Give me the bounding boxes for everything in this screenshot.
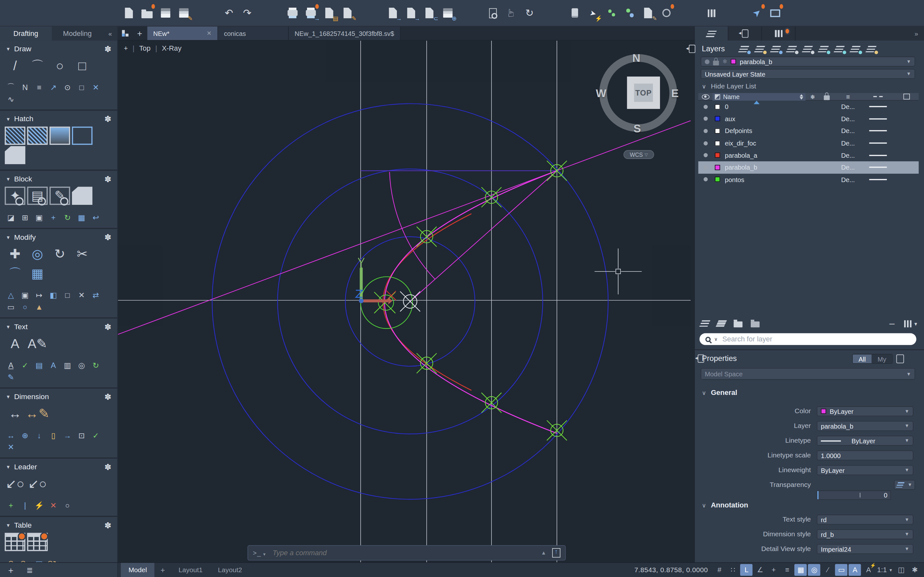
erase-tool[interactable]: ▲ <box>33 301 45 312</box>
dimension-style-combo[interactable]: rd_b ▼ <box>817 529 913 539</box>
layer-on-dot[interactable] <box>703 129 708 133</box>
layer-lineweight[interactable]: De... <box>834 115 862 122</box>
text-style-tool[interactable]: A✎ <box>27 334 47 353</box>
viewcube-south[interactable]: S <box>633 122 641 135</box>
tab-drafting[interactable]: Drafting <box>0 27 52 41</box>
attribute-manager-tool[interactable]: ⊞ <box>19 212 31 222</box>
detach-panel-icon[interactable] <box>689 45 695 53</box>
polar-tracking-toggle[interactable]: ∠ <box>754 564 766 576</box>
layer-properties-icon[interactable] <box>736 44 751 54</box>
select-similar-tool[interactable]: ▣ <box>19 290 31 300</box>
layer-color-swatch[interactable] <box>715 153 720 158</box>
section-collapse-icon[interactable]: ▼ <box>6 116 11 122</box>
stretch-tool[interactable]: ↦ <box>33 290 45 300</box>
tool-sets-button[interactable] <box>567 3 583 23</box>
layout1-tab[interactable]: Layout1 <box>171 563 210 577</box>
section-collapse-icon[interactable]: ▼ <box>6 464 11 470</box>
tab-sheet-sets[interactable] <box>762 27 796 41</box>
section-gear-icon[interactable]: ✽ <box>105 521 111 530</box>
share-drawing-button[interactable]: ➤ <box>749 3 765 23</box>
spline-tool[interactable]: ∿ <box>5 93 17 104</box>
collapse-palette-button[interactable]: « <box>103 27 117 41</box>
detail-view-style-combo[interactable]: Imperial24 ▼ <box>817 544 913 554</box>
layer-color-swatch[interactable] <box>715 177 720 182</box>
focus-point-marker[interactable] <box>400 292 420 311</box>
current-layer-combo[interactable]: ❄ parabola_b ▼ <box>701 56 915 66</box>
ortho-toggle[interactable]: L <box>740 564 753 576</box>
layer-on-dot[interactable] <box>703 105 708 109</box>
boundary-tool[interactable] <box>72 127 92 145</box>
layer-linetype-sample[interactable] <box>869 143 887 144</box>
aligned-dimension-tool[interactable]: ↔ <box>5 430 17 440</box>
new-layer-button[interactable] <box>699 320 710 327</box>
viewport-view-control[interactable]: Top <box>139 44 151 53</box>
viewport-visual-style-control[interactable]: X-Ray <box>162 44 181 53</box>
section-collapse-icon[interactable]: ▼ <box>6 176 11 182</box>
dynamic-ucs-toggle[interactable]: ▭ <box>835 564 848 576</box>
align-tool[interactable]: ○ <box>19 301 31 312</box>
tab-references[interactable] <box>728 27 762 41</box>
layer-on-dot[interactable] <box>703 153 708 157</box>
layer-row[interactable]: Defpoints De... <box>698 125 919 137</box>
expand-panel-button[interactable]: » <box>909 27 924 41</box>
continue-dimension-tool[interactable]: → <box>61 430 74 440</box>
annotation-scale-control[interactable]: 1:1 ▼ <box>876 564 894 576</box>
layer-state-combo[interactable]: Unsaved Layer State ▼ <box>701 69 915 79</box>
hatch-tag-tool[interactable] <box>5 146 25 164</box>
text-update-tool[interactable]: ↻ <box>89 359 102 370</box>
point-style-button[interactable] <box>622 3 638 23</box>
layer-lineweight[interactable]: De... <box>834 164 862 171</box>
layer-row[interactable]: 0 De... <box>698 101 919 113</box>
lock-column-icon[interactable] <box>824 95 830 100</box>
layer-row[interactable]: eix_dir_foc De... <box>698 137 919 149</box>
edit-block-tool[interactable]: ✎ <box>49 187 70 205</box>
palette-list-button[interactable]: ≣ <box>26 566 33 574</box>
attach-reference-button[interactable]: ⊂ <box>421 3 437 23</box>
mirror-tool[interactable]: △ <box>5 290 17 300</box>
fillet-tool[interactable]: ⌒ <box>5 264 25 283</box>
plot-preview-button[interactable]: ▤ <box>321 3 337 23</box>
lineweight-combo[interactable]: ByLayer ▼ <box>817 465 913 475</box>
table-sync-tool[interactable]: S↻ <box>47 558 60 562</box>
layer-lineweight[interactable]: De... <box>834 127 862 135</box>
multiline-tool[interactable]: ≡ <box>33 82 45 92</box>
open-file-button[interactable] <box>139 3 155 23</box>
new-group-button[interactable] <box>734 322 743 327</box>
search-filter-caret[interactable]: ∨ <box>714 337 718 342</box>
export-button[interactable]: → <box>403 3 419 23</box>
layer-linetype-sample[interactable] <box>869 179 887 180</box>
style-manager-button[interactable]: ✎ <box>640 3 656 23</box>
pan-button[interactable]: ☞ <box>503 3 519 23</box>
snap-toggle[interactable]: ∷ <box>727 564 739 576</box>
break-at-point-tool[interactable]: ✕ <box>75 290 88 300</box>
join-tool[interactable]: ⇄ <box>89 290 102 300</box>
detach-panel-icon[interactable] <box>698 355 704 363</box>
line-tool[interactable]: / <box>5 56 25 75</box>
revision-cloud-tool[interactable]: □ <box>75 82 88 92</box>
columns-button[interactable] <box>704 3 720 23</box>
offset-tool[interactable]: □ <box>61 290 74 300</box>
explode-tool[interactable]: ▭ <box>5 301 17 312</box>
multileader-style-tool[interactable]: ↙○ <box>27 474 47 493</box>
batch-plot-button[interactable]: → <box>303 3 319 23</box>
single-line-text-tool[interactable]: A <box>5 359 17 370</box>
expand-command-history-icon[interactable]: ▲ <box>541 550 546 556</box>
undo-button[interactable]: ↶ <box>221 3 237 23</box>
table-download-tool[interactable]: S↓ <box>19 558 31 562</box>
section-gear-icon[interactable]: ✽ <box>105 44 111 53</box>
drawing-tab[interactable]: conicas <box>218 27 289 40</box>
object-snap-tracking-toggle[interactable]: + <box>767 564 780 576</box>
tag-tool[interactable]: ◪ <box>5 212 17 222</box>
wcs-control[interactable]: WCS ▽ <box>624 150 654 159</box>
dimension-break-tool[interactable]: ✕ <box>5 442 17 452</box>
section-collapse-icon[interactable]: ▼ <box>6 394 11 400</box>
section-gear-icon[interactable]: ✽ <box>105 114 111 123</box>
object-snap-toggle[interactable]: ◎ <box>808 564 821 576</box>
new-layer-viewport-button[interactable] <box>716 320 727 327</box>
layer-row[interactable]: aux De... <box>698 113 919 125</box>
measure-tool[interactable]: ↗ <box>47 82 60 92</box>
layer-lock-icon[interactable] <box>847 44 863 54</box>
align-leaders-tool[interactable]: | <box>19 500 31 510</box>
spell-check-tool[interactable]: ✓ <box>19 359 31 370</box>
linetype-combo[interactable]: ByLayer ▼ <box>817 436 913 446</box>
